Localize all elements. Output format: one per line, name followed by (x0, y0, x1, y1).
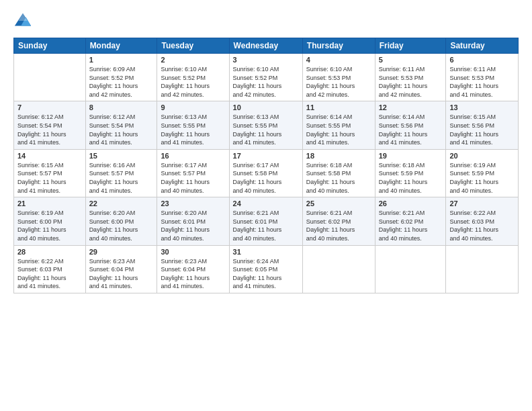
calendar-cell: 21Sunrise: 6:19 AM Sunset: 6:00 PM Dayli… (14, 197, 86, 245)
cell-content: Sunrise: 6:24 AM Sunset: 6:05 PM Dayligh… (233, 257, 299, 291)
calendar-cell: 31Sunrise: 6:24 AM Sunset: 6:05 PM Dayli… (229, 245, 302, 293)
cell-content: Sunrise: 6:20 AM Sunset: 6:01 PM Dayligh… (161, 209, 225, 242)
calendar-cell: 1Sunrise: 6:09 AM Sunset: 5:52 PM Daylig… (85, 54, 157, 101)
cell-content: Sunrise: 6:21 AM Sunset: 6:02 PM Dayligh… (379, 209, 443, 242)
day-number: 4 (306, 56, 371, 64)
calendar-cell: 3Sunrise: 6:10 AM Sunset: 5:52 PM Daylig… (229, 54, 302, 101)
calendar-cell: 13Sunrise: 6:15 AM Sunset: 5:56 PM Dayli… (446, 101, 519, 149)
calendar-cell: 25Sunrise: 6:21 AM Sunset: 6:02 PM Dayli… (302, 197, 375, 245)
cell-content: Sunrise: 6:11 AM Sunset: 5:53 PM Dayligh… (379, 65, 443, 99)
day-number: 23 (161, 199, 225, 208)
logo (13, 12, 35, 31)
calendar-cell: 20Sunrise: 6:19 AM Sunset: 5:59 PM Dayli… (446, 149, 519, 197)
cell-content: Sunrise: 6:18 AM Sunset: 5:59 PM Dayligh… (379, 161, 443, 195)
cell-content: Sunrise: 6:16 AM Sunset: 5:57 PM Dayligh… (89, 161, 154, 195)
cell-content: Sunrise: 6:23 AM Sunset: 6:04 PM Dayligh… (161, 257, 225, 291)
cell-content: Sunrise: 6:12 AM Sunset: 5:54 PM Dayligh… (17, 113, 82, 146)
calendar-cell: 24Sunrise: 6:21 AM Sunset: 6:01 PM Dayli… (229, 197, 302, 245)
calendar-cell: 16Sunrise: 6:17 AM Sunset: 5:57 PM Dayli… (157, 149, 229, 197)
day-header-saturday: Saturday (446, 38, 519, 54)
calendar-cell: 2Sunrise: 6:10 AM Sunset: 5:52 PM Daylig… (157, 54, 229, 101)
cell-content: Sunrise: 6:23 AM Sunset: 6:04 PM Dayligh… (89, 257, 154, 291)
cell-content: Sunrise: 6:21 AM Sunset: 6:01 PM Dayligh… (233, 209, 299, 242)
cell-content: Sunrise: 6:20 AM Sunset: 6:00 PM Dayligh… (89, 209, 154, 242)
calendar-cell: 19Sunrise: 6:18 AM Sunset: 5:59 PM Dayli… (375, 149, 446, 197)
calendar-cell: 12Sunrise: 6:14 AM Sunset: 5:56 PM Dayli… (375, 101, 446, 149)
day-header-tuesday: Tuesday (157, 38, 229, 54)
day-number: 9 (161, 103, 225, 111)
calendar-cell (14, 54, 86, 101)
calendar-cell: 8Sunrise: 6:12 AM Sunset: 5:54 PM Daylig… (85, 101, 157, 149)
calendar-cell: 4Sunrise: 6:10 AM Sunset: 5:53 PM Daylig… (302, 54, 375, 101)
day-header-sunday: Sunday (14, 38, 86, 54)
cell-content: Sunrise: 6:19 AM Sunset: 5:59 PM Dayligh… (449, 161, 515, 195)
cell-content: Sunrise: 6:17 AM Sunset: 5:57 PM Dayligh… (161, 161, 225, 195)
calendar-cell: 11Sunrise: 6:14 AM Sunset: 5:55 PM Dayli… (302, 101, 375, 149)
cell-content: Sunrise: 6:13 AM Sunset: 5:55 PM Dayligh… (233, 113, 299, 146)
day-number: 29 (89, 248, 154, 256)
day-number: 16 (161, 152, 225, 160)
day-number: 6 (449, 56, 515, 64)
day-number: 3 (233, 56, 299, 64)
calendar-cell (446, 245, 519, 293)
page: SundayMondayTuesdayWednesdayThursdayFrid… (0, 0, 532, 411)
week-row-1: 1Sunrise: 6:09 AM Sunset: 5:52 PM Daylig… (14, 54, 519, 101)
cell-content: Sunrise: 6:15 AM Sunset: 5:56 PM Dayligh… (449, 113, 515, 146)
calendar-cell: 9Sunrise: 6:13 AM Sunset: 5:55 PM Daylig… (157, 101, 229, 149)
day-number: 28 (17, 248, 82, 256)
day-number: 24 (233, 199, 299, 208)
cell-content: Sunrise: 6:22 AM Sunset: 6:03 PM Dayligh… (449, 209, 515, 242)
day-number: 21 (17, 199, 82, 208)
cell-content: Sunrise: 6:18 AM Sunset: 5:58 PM Dayligh… (306, 161, 371, 195)
day-header-wednesday: Wednesday (229, 38, 302, 54)
week-row-5: 28Sunrise: 6:22 AM Sunset: 6:03 PM Dayli… (14, 245, 519, 293)
cell-content: Sunrise: 6:14 AM Sunset: 5:56 PM Dayligh… (379, 113, 443, 146)
calendar-cell: 30Sunrise: 6:23 AM Sunset: 6:04 PM Dayli… (157, 245, 229, 293)
day-header-thursday: Thursday (302, 38, 375, 54)
day-number: 1 (89, 56, 154, 64)
cell-content: Sunrise: 6:21 AM Sunset: 6:02 PM Dayligh… (306, 209, 371, 242)
day-number: 13 (449, 103, 515, 111)
calendar-cell: 15Sunrise: 6:16 AM Sunset: 5:57 PM Dayli… (85, 149, 157, 197)
day-number: 22 (89, 199, 154, 208)
day-header-monday: Monday (85, 38, 157, 54)
calendar-cell: 5Sunrise: 6:11 AM Sunset: 5:53 PM Daylig… (375, 54, 446, 101)
day-number: 5 (379, 56, 443, 64)
day-number: 10 (233, 103, 299, 111)
cell-content: Sunrise: 6:17 AM Sunset: 5:58 PM Dayligh… (233, 161, 299, 195)
day-number: 17 (233, 152, 299, 160)
calendar-cell: 23Sunrise: 6:20 AM Sunset: 6:01 PM Dayli… (157, 197, 229, 245)
calendar-cell: 18Sunrise: 6:18 AM Sunset: 5:58 PM Dayli… (302, 149, 375, 197)
calendar-cell: 27Sunrise: 6:22 AM Sunset: 6:03 PM Dayli… (446, 197, 519, 245)
cell-content: Sunrise: 6:09 AM Sunset: 5:52 PM Dayligh… (89, 65, 154, 99)
calendar-cell: 28Sunrise: 6:22 AM Sunset: 6:03 PM Dayli… (14, 245, 86, 293)
calendar-cell (375, 245, 446, 293)
cell-content: Sunrise: 6:11 AM Sunset: 5:53 PM Dayligh… (449, 65, 515, 99)
day-number: 2 (161, 56, 225, 64)
cell-content: Sunrise: 6:10 AM Sunset: 5:53 PM Dayligh… (306, 65, 371, 99)
header-row: SundayMondayTuesdayWednesdayThursdayFrid… (14, 38, 519, 54)
calendar-cell: 7Sunrise: 6:12 AM Sunset: 5:54 PM Daylig… (14, 101, 86, 149)
day-number: 27 (449, 199, 515, 208)
day-number: 15 (89, 152, 154, 160)
calendar-cell: 17Sunrise: 6:17 AM Sunset: 5:58 PM Dayli… (229, 149, 302, 197)
day-number: 12 (379, 103, 443, 111)
calendar-cell: 14Sunrise: 6:15 AM Sunset: 5:57 PM Dayli… (14, 149, 86, 197)
day-number: 20 (449, 152, 515, 160)
week-row-4: 21Sunrise: 6:19 AM Sunset: 6:00 PM Dayli… (14, 197, 519, 245)
day-number: 8 (89, 103, 154, 111)
cell-content: Sunrise: 6:10 AM Sunset: 5:52 PM Dayligh… (161, 65, 225, 99)
calendar-cell: 29Sunrise: 6:23 AM Sunset: 6:04 PM Dayli… (85, 245, 157, 293)
svg-marker-2 (18, 13, 27, 21)
cell-content: Sunrise: 6:12 AM Sunset: 5:54 PM Dayligh… (89, 113, 154, 146)
calendar: SundayMondayTuesdayWednesdayThursdayFrid… (13, 38, 519, 293)
calendar-cell: 10Sunrise: 6:13 AM Sunset: 5:55 PM Dayli… (229, 101, 302, 149)
cell-content: Sunrise: 6:13 AM Sunset: 5:55 PM Dayligh… (161, 113, 225, 146)
day-number: 11 (306, 103, 371, 111)
day-header-friday: Friday (375, 38, 446, 54)
cell-content: Sunrise: 6:15 AM Sunset: 5:57 PM Dayligh… (17, 161, 82, 195)
calendar-cell: 22Sunrise: 6:20 AM Sunset: 6:00 PM Dayli… (85, 197, 157, 245)
logo-icon (13, 12, 32, 31)
day-number: 31 (233, 248, 299, 256)
calendar-cell: 6Sunrise: 6:11 AM Sunset: 5:53 PM Daylig… (446, 54, 519, 101)
